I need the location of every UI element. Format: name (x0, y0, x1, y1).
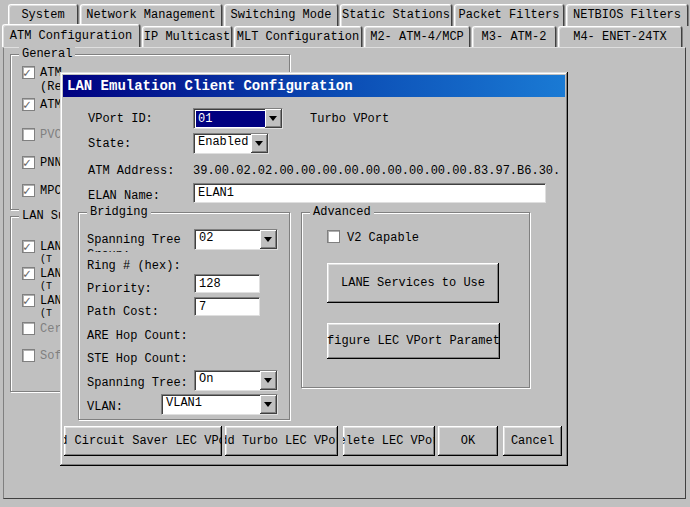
tab-packet-filters[interactable]: Packet Filters (454, 4, 564, 26)
general-checkbox-1[interactable] (22, 66, 35, 79)
state-label: State: (88, 137, 131, 151)
tab-ip-multicast[interactable]: IP Multicast (142, 26, 232, 47)
state-dropdown-arrow-icon[interactable] (251, 134, 268, 153)
tab-network-management[interactable]: Network Management (80, 4, 222, 26)
elan-name-label: ELAN Name: (88, 189, 160, 203)
general-checkbox-2[interactable] (22, 98, 35, 111)
general-checkbox-4[interactable] (22, 156, 35, 169)
atm-address-value: 39.00.02.02.00.00.00.00.00.00.00.00.00.8… (193, 164, 559, 178)
advanced-groupbox: Advanced V2 Capable LANE Services to Use… (301, 212, 530, 388)
cancel-button[interactable]: Cancel (503, 426, 562, 456)
atm-address-label: ATM Address: (88, 164, 174, 178)
lan-checkbox-4-label: Cer (40, 322, 62, 336)
general-checkbox-5[interactable] (22, 184, 35, 197)
lan-checkbox-3-sublabel: (T (40, 308, 52, 319)
lan-checkbox-2[interactable] (22, 267, 35, 280)
ok-button[interactable]: OK (438, 426, 498, 456)
lan-checkbox-4[interactable] (22, 322, 35, 335)
lan-checkbox-1[interactable] (22, 240, 35, 253)
lan-checkbox-3-label: LAN (40, 294, 62, 308)
lan-checkbox-1-label: LAN (40, 240, 62, 254)
path-cost-label: Path Cost: (87, 305, 159, 319)
tab-static-stations[interactable]: Static Stations (340, 4, 452, 26)
lane-services-button[interactable]: LANE Services to Use (327, 263, 499, 303)
v2-capable-label: V2 Capable (347, 231, 419, 245)
advanced-group-title: Advanced (310, 205, 374, 219)
spanning-tree-group-dropdown-arrow-icon[interactable] (260, 230, 277, 249)
general-checkbox-1-sublabel: (Re (40, 80, 62, 94)
spanning-tree-group-label-line2: Group: (87, 248, 147, 252)
lan-checkbox-2-label: LAN (40, 267, 62, 281)
tab-atm-configuration[interactable]: ATM Configuration (2, 24, 140, 47)
spanning-tree-value: On (195, 371, 260, 390)
spanning-tree-group-value: 02 (195, 230, 260, 249)
general-checkbox-3-label: PVC (40, 128, 62, 142)
turbo-vport-note: Turbo VPort (310, 112, 389, 126)
vlan-label: VLAN: (87, 400, 123, 414)
general-checkbox-5-label: MPC (40, 184, 62, 198)
tab-m2-atm4-mcp[interactable]: M2- ATM-4/MCP (364, 26, 470, 47)
tab-mlt-configuration[interactable]: MLT Configuration (234, 26, 362, 47)
configure-lec-vport-button[interactable]: Configure LEC VPort Parameters (327, 323, 500, 359)
ste-hop-count-label: STE Hop Count: (87, 352, 188, 366)
general-checkbox-2-label: ATM (40, 98, 62, 112)
bridging-groupbox: Bridging Spanning Tree Group: 02 Ring # … (78, 212, 290, 420)
tab-switching-mode[interactable]: Switching Mode (224, 4, 338, 26)
priority-label: Priority: (87, 282, 152, 296)
lan-checkbox-2-sublabel: (T (40, 281, 52, 292)
lan-checkbox-5-label: Sof (40, 349, 62, 363)
app-window: System Network Management Switching Mode… (0, 0, 690, 507)
lan-checkbox-5[interactable] (22, 349, 35, 362)
vport-id-dropdown-arrow-icon[interactable] (265, 109, 282, 128)
tab-system[interactable]: System (8, 4, 78, 26)
lec-configuration-dialog: LAN Emulation Client Configuration VPort… (60, 72, 568, 466)
lan-checkbox-1-sublabel: (T (40, 254, 52, 265)
tab-bar-top: System Network Management Switching Mode… (8, 4, 688, 26)
general-checkbox-4-label: PNN (40, 156, 62, 170)
tab-bar-bottom: ATM Configuration IP Multicast MLT Confi… (2, 26, 682, 47)
dialog-titlebar[interactable]: LAN Emulation Client Configuration (63, 75, 565, 97)
tab-m3-atm2[interactable]: M3- ATM-2 (472, 26, 556, 47)
vlan-value: VLAN1 (162, 395, 260, 414)
vport-id-combobox[interactable]: 01 (193, 108, 283, 129)
vport-id-value: 01 (196, 111, 265, 127)
spanning-tree-combobox[interactable]: On (194, 370, 278, 391)
vlan-dropdown-arrow-icon[interactable] (260, 395, 277, 414)
v2-capable-checkbox[interactable] (327, 230, 340, 243)
tab-m4-enet24tx[interactable]: M4- ENET-24TX (558, 26, 682, 47)
add-circuit-saver-lec-vport-button[interactable]: Add Circuit Saver LEC VPort (64, 426, 222, 456)
vlan-combobox[interactable]: VLAN1 (161, 394, 278, 415)
tab-netbios-filters[interactable]: NETBIOS Filters (566, 4, 688, 26)
priority-input[interactable] (194, 274, 260, 293)
ring-hex-label: Ring # (hex): (87, 259, 181, 273)
dialog-title: LAN Emulation Client Configuration (67, 78, 353, 94)
spanning-tree-dropdown-arrow-icon[interactable] (260, 371, 277, 390)
path-cost-input[interactable] (194, 297, 260, 316)
state-value: Enabled (194, 134, 251, 153)
add-turbo-lec-vport-button[interactable]: Add Turbo LEC VPort (225, 426, 338, 456)
delete-lec-vport-button[interactable]: Delete LEC VPort (343, 426, 435, 456)
spanning-tree-group-label: Spanning Tree (87, 233, 181, 247)
state-combobox[interactable]: Enabled (193, 133, 269, 154)
vport-id-label: VPort ID: (88, 112, 153, 126)
bridging-group-title: Bridging (87, 205, 151, 219)
general-group-title: General (19, 47, 75, 61)
general-checkbox-1-label: ATM (40, 66, 62, 80)
spanning-tree-label: Spanning Tree: (87, 376, 188, 390)
lan-checkbox-3[interactable] (22, 294, 35, 307)
spanning-tree-group-combobox[interactable]: 02 (194, 229, 278, 250)
elan-name-input[interactable] (193, 183, 546, 203)
general-checkbox-3[interactable] (22, 128, 35, 141)
are-hop-count-label: ARE Hop Count: (87, 329, 188, 343)
